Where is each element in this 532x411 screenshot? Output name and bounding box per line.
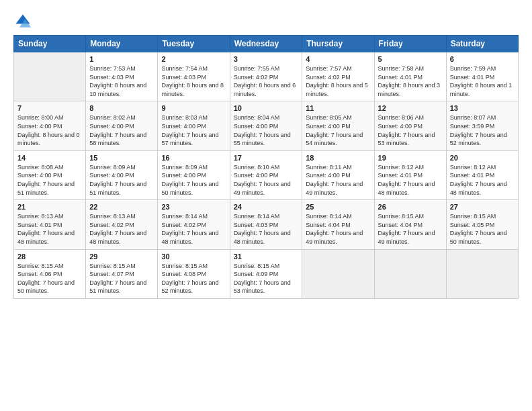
calendar-cell: 3Sunrise: 7:55 AMSunset: 4:02 PMDaylight… [230, 52, 302, 101]
day-number: 19 [378, 154, 443, 162]
cell-info: Sunrise: 8:00 AMSunset: 4:00 PMDaylight:… [17, 113, 82, 147]
calendar-cell: 17Sunrise: 8:10 AMSunset: 4:00 PMDayligh… [230, 150, 302, 199]
week-row-2: 7Sunrise: 8:00 AMSunset: 4:00 PMDaylight… [14, 101, 519, 150]
calendar-cell: 14Sunrise: 8:08 AMSunset: 4:00 PMDayligh… [14, 150, 86, 199]
calendar-cell: 26Sunrise: 8:15 AMSunset: 4:04 PMDayligh… [374, 200, 446, 249]
calendar-cell: 10Sunrise: 8:04 AMSunset: 4:00 PMDayligh… [230, 101, 302, 150]
day-number: 8 [89, 104, 154, 112]
calendar-cell: 11Sunrise: 8:05 AMSunset: 4:00 PMDayligh… [302, 101, 374, 150]
day-number: 15 [89, 154, 154, 162]
calendar-cell: 1Sunrise: 7:53 AMSunset: 4:03 PMDaylight… [86, 52, 158, 101]
day-number: 17 [234, 154, 299, 162]
cell-info: Sunrise: 8:09 AMSunset: 4:00 PMDaylight:… [89, 163, 154, 197]
day-number: 3 [234, 55, 299, 63]
col-header-saturday: Saturday [446, 36, 518, 52]
calendar-cell: 27Sunrise: 8:15 AMSunset: 4:05 PMDayligh… [446, 200, 518, 249]
calendar-cell [446, 249, 518, 298]
day-number: 30 [161, 253, 226, 261]
cell-info: Sunrise: 8:14 AMSunset: 4:04 PMDaylight:… [306, 212, 370, 246]
calendar-cell: 13Sunrise: 8:07 AMSunset: 3:59 PMDayligh… [446, 101, 518, 150]
calendar-cell: 6Sunrise: 7:59 AMSunset: 4:01 PMDaylight… [446, 52, 518, 101]
day-number: 2 [161, 55, 226, 63]
calendar-cell: 8Sunrise: 8:02 AMSunset: 4:00 PMDaylight… [86, 101, 158, 150]
cell-info: Sunrise: 7:55 AMSunset: 4:02 PMDaylight:… [234, 64, 299, 98]
calendar-table: SundayMondayTuesdayWednesdayThursdayFrid… [13, 35, 519, 299]
cell-info: Sunrise: 8:03 AMSunset: 4:00 PMDaylight:… [161, 113, 226, 147]
calendar-cell: 19Sunrise: 8:12 AMSunset: 4:01 PMDayligh… [374, 150, 446, 199]
col-header-thursday: Thursday [302, 36, 374, 52]
calendar-cell: 25Sunrise: 8:14 AMSunset: 4:04 PMDayligh… [302, 200, 374, 249]
cell-info: Sunrise: 8:15 AMSunset: 4:05 PMDaylight:… [450, 212, 515, 246]
week-row-1: 1Sunrise: 7:53 AMSunset: 4:03 PMDaylight… [14, 52, 519, 101]
cell-info: Sunrise: 7:57 AMSunset: 4:02 PMDaylight:… [306, 64, 370, 98]
day-number: 31 [234, 253, 299, 261]
col-header-friday: Friday [374, 36, 446, 52]
day-number: 22 [89, 203, 154, 211]
cell-info: Sunrise: 7:54 AMSunset: 4:03 PMDaylight:… [161, 64, 226, 98]
day-number: 24 [234, 203, 299, 211]
day-number: 28 [17, 253, 82, 261]
calendar-cell: 30Sunrise: 8:15 AMSunset: 4:08 PMDayligh… [158, 249, 230, 298]
cell-info: Sunrise: 7:58 AMSunset: 4:01 PMDaylight:… [378, 64, 443, 98]
week-row-3: 14Sunrise: 8:08 AMSunset: 4:00 PMDayligh… [14, 150, 519, 199]
col-header-sunday: Sunday [14, 36, 86, 52]
cell-info: Sunrise: 8:15 AMSunset: 4:07 PMDaylight:… [89, 262, 154, 295]
logo [13, 12, 35, 31]
day-number: 27 [450, 203, 515, 211]
day-number: 18 [306, 154, 370, 162]
cell-info: Sunrise: 8:15 AMSunset: 4:09 PMDaylight:… [234, 262, 299, 295]
day-number: 9 [161, 104, 226, 112]
calendar-cell: 28Sunrise: 8:15 AMSunset: 4:06 PMDayligh… [14, 249, 86, 298]
day-number: 25 [306, 203, 370, 211]
cell-info: Sunrise: 8:08 AMSunset: 4:00 PMDaylight:… [17, 163, 82, 197]
calendar-cell: 7Sunrise: 8:00 AMSunset: 4:00 PMDaylight… [14, 101, 86, 150]
calendar-cell: 9Sunrise: 8:03 AMSunset: 4:00 PMDaylight… [158, 101, 230, 150]
day-number: 20 [450, 154, 515, 162]
calendar-cell: 23Sunrise: 8:14 AMSunset: 4:02 PMDayligh… [158, 200, 230, 249]
calendar-cell: 16Sunrise: 8:09 AMSunset: 4:00 PMDayligh… [158, 150, 230, 199]
cell-info: Sunrise: 8:14 AMSunset: 4:03 PMDaylight:… [234, 212, 299, 246]
cell-info: Sunrise: 8:15 AMSunset: 4:08 PMDaylight:… [161, 262, 226, 295]
day-number: 4 [306, 55, 370, 63]
calendar-header-row: SundayMondayTuesdayWednesdayThursdayFrid… [14, 36, 519, 52]
cell-info: Sunrise: 8:14 AMSunset: 4:02 PMDaylight:… [161, 212, 226, 246]
day-number: 29 [89, 253, 154, 261]
calendar-cell: 29Sunrise: 8:15 AMSunset: 4:07 PMDayligh… [86, 249, 158, 298]
cell-info: Sunrise: 8:06 AMSunset: 4:00 PMDaylight:… [378, 113, 443, 147]
calendar-cell: 2Sunrise: 7:54 AMSunset: 4:03 PMDaylight… [158, 52, 230, 101]
cell-info: Sunrise: 8:12 AMSunset: 4:01 PMDaylight:… [450, 163, 515, 197]
cell-info: Sunrise: 8:07 AMSunset: 3:59 PMDaylight:… [450, 113, 515, 147]
calendar-cell [374, 249, 446, 298]
cell-info: Sunrise: 8:11 AMSunset: 4:00 PMDaylight:… [306, 163, 370, 197]
cell-info: Sunrise: 8:13 AMSunset: 4:02 PMDaylight:… [89, 212, 154, 246]
cell-info: Sunrise: 8:12 AMSunset: 4:01 PMDaylight:… [378, 163, 443, 197]
day-number: 6 [450, 55, 515, 63]
day-number: 16 [161, 154, 226, 162]
day-number: 10 [234, 104, 299, 112]
day-number: 23 [161, 203, 226, 211]
page: SundayMondayTuesdayWednesdayThursdayFrid… [0, 0, 532, 411]
day-number: 11 [306, 104, 370, 112]
calendar-cell: 5Sunrise: 7:58 AMSunset: 4:01 PMDaylight… [374, 52, 446, 101]
week-row-5: 28Sunrise: 8:15 AMSunset: 4:06 PMDayligh… [14, 249, 519, 298]
logo-icon [13, 12, 32, 31]
cell-info: Sunrise: 7:53 AMSunset: 4:03 PMDaylight:… [89, 64, 154, 98]
cell-info: Sunrise: 8:15 AMSunset: 4:04 PMDaylight:… [378, 212, 443, 246]
calendar-cell: 22Sunrise: 8:13 AMSunset: 4:02 PMDayligh… [86, 200, 158, 249]
calendar-cell: 21Sunrise: 8:13 AMSunset: 4:01 PMDayligh… [14, 200, 86, 249]
col-header-tuesday: Tuesday [158, 36, 230, 52]
calendar-cell [302, 249, 374, 298]
col-header-monday: Monday [86, 36, 158, 52]
week-row-4: 21Sunrise: 8:13 AMSunset: 4:01 PMDayligh… [14, 200, 519, 249]
day-number: 7 [17, 104, 82, 112]
calendar-cell: 15Sunrise: 8:09 AMSunset: 4:00 PMDayligh… [86, 150, 158, 199]
cell-info: Sunrise: 8:05 AMSunset: 4:00 PMDaylight:… [306, 113, 370, 147]
day-number: 26 [378, 203, 443, 211]
calendar-cell: 12Sunrise: 8:06 AMSunset: 4:00 PMDayligh… [374, 101, 446, 150]
calendar-cell [14, 52, 86, 101]
header [13, 12, 519, 31]
cell-info: Sunrise: 8:15 AMSunset: 4:06 PMDaylight:… [17, 262, 82, 295]
day-number: 21 [17, 203, 82, 211]
calendar-cell: 4Sunrise: 7:57 AMSunset: 4:02 PMDaylight… [302, 52, 374, 101]
col-header-wednesday: Wednesday [230, 36, 302, 52]
